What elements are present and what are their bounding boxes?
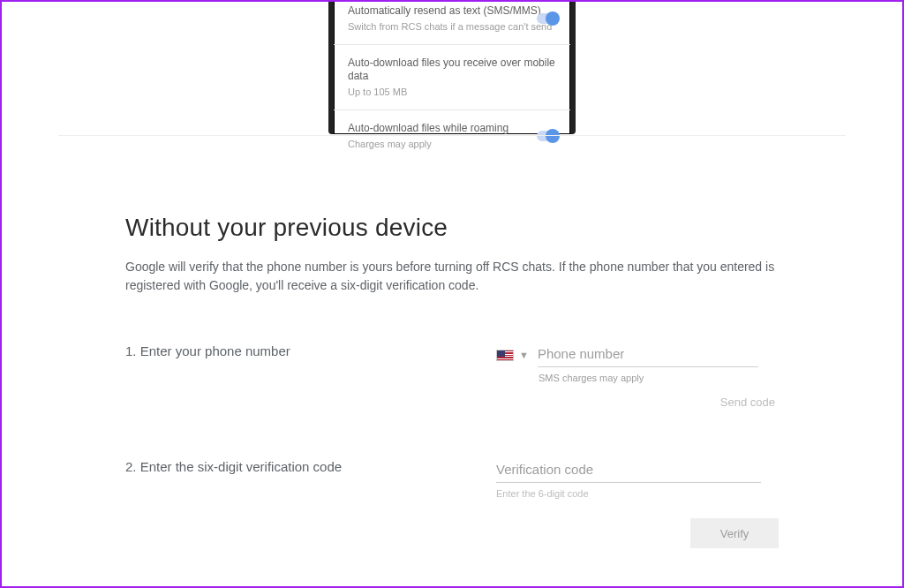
- chevron-down-icon[interactable]: ▼: [519, 350, 529, 360]
- send-code-button[interactable]: Send code: [514, 396, 779, 409]
- step2-label: 2. Enter the six-digit verification code: [125, 458, 496, 474]
- section-description: Google will verify that the phone number…: [125, 258, 779, 295]
- settings-row-subtitle: Up to 105 MB: [348, 86, 556, 98]
- settings-row-title: Auto-download files you receive over mob…: [348, 57, 556, 84]
- section-heading: Without your previous device: [125, 214, 779, 242]
- settings-row-subtitle: Charges may apply: [348, 138, 556, 150]
- sms-hint: SMS charges may apply: [539, 373, 779, 383]
- settings-row[interactable]: Auto-download files you receive over mob…: [334, 45, 570, 110]
- step1-label: 1. Enter your phone number: [125, 343, 496, 358]
- verify-button[interactable]: Verify: [690, 518, 779, 548]
- verification-code-input[interactable]: [496, 458, 761, 483]
- settings-row[interactable]: Automatically resend as text (SMS/MMS) S…: [334, 0, 570, 45]
- divider: [58, 135, 846, 136]
- phone-number-input[interactable]: [538, 343, 758, 367]
- code-hint: Enter the 6-digit code: [496, 488, 779, 499]
- settings-row[interactable]: Auto-download files while roaming Charge…: [334, 110, 570, 162]
- settings-row-title: Automatically resend as text (SMS/MMS): [348, 4, 556, 19]
- toggle-switch[interactable]: [537, 13, 558, 24]
- settings-row-subtitle: Switch from RCS chats if a message can't…: [348, 20, 556, 33]
- phone-mockup: Automatically resend as text (SMS/MMS) S…: [323, 0, 581, 134]
- settings-row-title: Auto-download files while roaming: [348, 122, 556, 136]
- country-flag-icon[interactable]: [496, 350, 514, 361]
- toggle-switch[interactable]: [537, 131, 558, 141]
